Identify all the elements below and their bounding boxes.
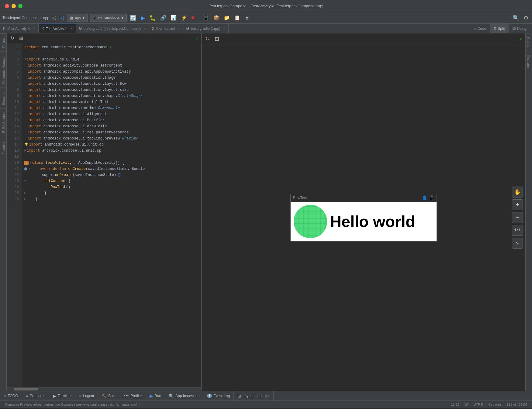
maximize-button[interactable] <box>18 4 22 8</box>
android-icon: 🤖 <box>70 16 74 20</box>
code-line-21: ▼ override fun onCreate(savedInstanceSta… <box>24 166 199 172</box>
tab-main-activity[interactable]: K MainActivity.kt ✕ <box>0 24 39 33</box>
code-line-5: import androidx.appcompat.app.AppCompatA… <box>24 69 199 75</box>
emulator-panel-tab[interactable]: Emulator <box>526 51 532 72</box>
fit-screen-button[interactable]: ⤡ <box>512 238 523 249</box>
structure-tab[interactable]: Structure <box>0 88 6 109</box>
run-tool[interactable]: ▶ Run <box>146 391 165 400</box>
event-log-badge: 3 <box>207 394 212 398</box>
code-editor[interactable]: ↻ ⊞ ✓ 1 2 3 4 5 6 7 8 9 10 11 12 13 14 <box>7 33 201 391</box>
preview-phone-icon[interactable]: 👤 <box>422 195 427 200</box>
kotlin-icon: K <box>42 27 44 31</box>
code-view-button[interactable]: ≡ Code <box>471 24 490 33</box>
gradle-panel-tab[interactable]: Gradle <box>526 33 532 51</box>
breadcrumb-sep: › <box>39 16 41 20</box>
layout-inspector-icon: ⊞ <box>237 394 241 398</box>
tab-build-gradle[interactable]: G build.gradle (TestJetpackCompose) ✕ <box>76 24 149 33</box>
device-dropdown[interactable]: 📱 emulator-5554 ▼ <box>90 14 127 22</box>
search-button[interactable]: 🔍 <box>511 14 520 22</box>
code-line-9: import androidx.compose.foundation.shape… <box>24 93 199 99</box>
minimize-button[interactable] <box>12 4 16 8</box>
tab-close-main-activity[interactable]: ✕ <box>33 27 35 30</box>
todo-tool[interactable]: ≡ TODO <box>0 391 22 400</box>
device-file-explorer[interactable]: 📁 <box>223 14 231 21</box>
layout-inspector-tool[interactable]: ⊞ Layout Inspector <box>234 391 274 400</box>
sync-button[interactable]: 🔄 <box>129 14 138 22</box>
favorites-tab[interactable]: Favorites <box>0 137 6 158</box>
design-icon: 🖼 <box>512 26 516 31</box>
tab-close-build-gradle-app[interactable]: ✕ <box>223 27 225 30</box>
close-button[interactable] <box>5 4 9 8</box>
forward-button[interactable]: ◁ <box>59 14 65 21</box>
problems-icon: ● <box>26 394 28 398</box>
split-view-button[interactable]: ⊞ Split <box>490 24 508 33</box>
device-monitor[interactable]: 🖥 <box>243 15 250 21</box>
code-line-16: import androidx.compose.ui.tooling.previ… <box>24 136 199 142</box>
code-line-25: ▶ } <box>24 190 199 196</box>
left-panel-tabs: Project Resource Manager Structure Build… <box>0 33 7 391</box>
design-view-button[interactable]: 🖼 Design <box>509 24 532 33</box>
profile-button[interactable]: 📊 <box>169 14 178 21</box>
resource-manager-tab[interactable]: Resource Manager <box>0 51 6 88</box>
refresh-preview-button[interactable]: ↻ <box>9 35 16 42</box>
code-content[interactable]: package com.example.testjetpackcompose ✓… <box>22 43 201 387</box>
window-controls <box>5 4 22 8</box>
editor-scrollbar[interactable] <box>7 387 201 391</box>
attach-debugger-button[interactable]: 🔗 <box>159 14 168 21</box>
code-line-17: 💡 import androidx.compose.ui.unit.dp <box>24 142 199 148</box>
status-time: 18:35 <box>448 403 462 406</box>
apply-changes-button[interactable]: ⚡ <box>180 14 188 21</box>
debug-button[interactable]: 🐛 <box>148 14 157 22</box>
settings-button[interactable]: ⚙ <box>522 14 530 22</box>
scrollbar-thumb[interactable] <box>14 388 38 390</box>
status-indent: 4 spaces <box>486 403 504 406</box>
editor-content[interactable]: 1 2 3 4 5 6 7 8 9 10 11 12 13 14 15 16 1… <box>7 43 201 387</box>
grid-view-button[interactable]: ⊞ <box>18 35 24 42</box>
zoom-in-button[interactable]: + <box>512 199 523 210</box>
gradle-icon: G <box>79 26 82 31</box>
breadcrumb-project[interactable]: TestJetpackCompose <box>2 16 37 20</box>
code-line-6: import androidx.compose.foundation.Image <box>24 75 199 81</box>
problems-tool[interactable]: ● Problems <box>22 391 49 400</box>
preview-area: ↻ ⊞ ✓ RowTest 👤 📱 Hello world <box>201 33 525 391</box>
code-line-23: ▼ setContent { <box>24 178 199 184</box>
refresh-preview-icon[interactable]: ↻ <box>204 35 211 43</box>
tab-build-gradle-app[interactable]: G build.gradle (:app) ✕ <box>183 24 228 33</box>
zoom-out-button[interactable]: − <box>512 212 523 223</box>
run-config-dropdown[interactable]: 🤖 app ▼ <box>67 14 88 22</box>
project-panel-tab[interactable]: Project <box>0 33 6 51</box>
code-line-24: RowTest() <box>24 184 199 190</box>
avd-manager-button[interactable]: 📱 <box>202 14 210 21</box>
tab-close-build-gradle[interactable]: ✕ <box>143 27 146 30</box>
app-inspection-tool[interactable]: 🔍 App Inspection <box>165 391 203 400</box>
tab-close-test-activity[interactable]: ✕ <box>70 27 73 30</box>
profiler-tool[interactable]: 〜 Profiler <box>120 391 146 400</box>
terminal-tool[interactable]: ▶ Terminal <box>49 391 75 400</box>
run-button[interactable]: ▶ <box>140 14 146 22</box>
back-button[interactable]: ◁ <box>51 14 57 21</box>
layout-grid-icon[interactable]: ⊞ <box>213 35 220 43</box>
bottom-tool-strip: ≡ TODO ● Problems ▶ Terminal ≡ Logcat 🔨 … <box>0 391 532 400</box>
tab-themes-xml[interactable]: X themes.xml ✕ <box>149 24 183 33</box>
logcat-tool[interactable]: ≡ Logcat <box>75 391 98 400</box>
tab-test-activity[interactable]: K TestActivity.kt ✕ <box>39 24 76 33</box>
kotlin-icon: K <box>3 26 5 31</box>
sdk-manager-button[interactable]: 📦 <box>212 14 221 21</box>
xml-icon: X <box>152 26 154 31</box>
hand-tool-button[interactable]: ✋ <box>512 187 523 198</box>
build-tool[interactable]: 🔨 Build <box>98 391 120 400</box>
status-message: Compose Preview refresh: refreshing Comp… <box>2 403 140 406</box>
reset-zoom-button[interactable]: 1:1 <box>512 225 523 236</box>
tab-close-themes[interactable]: ✕ <box>177 27 180 30</box>
event-log-tool[interactable]: 3 Event Log <box>203 391 234 400</box>
logcat-button[interactable]: 📋 <box>233 14 241 21</box>
code-line-18: ▶ import androidx.compose.ui.unit.sp <box>24 148 199 154</box>
build-variants-tab[interactable]: Build Variants <box>0 108 6 136</box>
preview-mobile-icon[interactable]: 📱 <box>429 195 434 200</box>
code-line-19 <box>24 154 199 160</box>
preview-sync-ok: ✓ <box>520 36 523 42</box>
stop-button[interactable]: ■ <box>190 14 196 22</box>
breadcrumb-module[interactable]: app <box>43 16 49 20</box>
preview-card-header: RowTest 👤 📱 <box>291 194 437 202</box>
preview-content: RowTest 👤 📱 Hello world ✋ + − 1:1 ⤡ <box>202 44 525 391</box>
